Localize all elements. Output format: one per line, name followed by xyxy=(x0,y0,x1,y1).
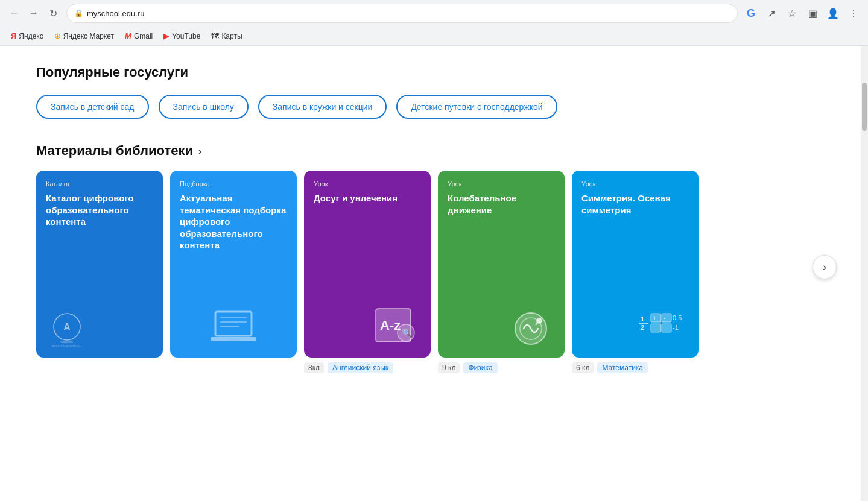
subject-tag-oscillation[interactable]: Физика xyxy=(463,362,497,373)
card-badge-oscillation: Урок xyxy=(448,180,555,187)
card-oscillation[interactable]: Урок Колебательное движение xyxy=(438,171,565,358)
url-input[interactable] xyxy=(87,9,730,18)
card-wrapper-symmetry: Урок Симметрия. Осевая симметрия 1 2 xyxy=(572,171,699,373)
card-title-leisure: Досуг и увлечения xyxy=(314,192,421,204)
card-badge-catalog: Каталог xyxy=(46,180,153,187)
card-title-collection: Актуальная тематическая подборка цифрово… xyxy=(180,192,287,251)
library-header: Материалы библиотеки › xyxy=(36,143,825,159)
laptop-svg xyxy=(209,309,258,348)
browser-toolbar: ← → ↻ 🔒 G ➚ ☆ ▣ 👤 ⋮ xyxy=(0,0,868,27)
page-content: Популярные госуслуги Запись в детский са… xyxy=(0,46,861,501)
svg-rect-4 xyxy=(215,312,252,336)
grade-tag-oscillation[interactable]: 9 кл xyxy=(438,362,460,373)
service-btn-school[interactable]: Запись в школу xyxy=(159,95,249,119)
popular-services-section: Популярные госуслуги Запись в детский са… xyxy=(36,65,825,119)
svg-text:1: 1 xyxy=(641,315,644,323)
market-icon: ⊕ xyxy=(54,31,61,40)
forward-button[interactable]: → xyxy=(25,5,42,22)
svg-rect-26 xyxy=(662,324,671,332)
gmail-icon: M xyxy=(125,31,131,40)
scrollbar-thumb[interactable] xyxy=(862,83,867,131)
az-icon-area: A-z 🔍 xyxy=(314,291,421,348)
grade-tag-symmetry[interactable]: 6 кл xyxy=(572,362,594,373)
card-collection[interactable]: Подборка Актуальная тематическая подборк… xyxy=(170,171,297,358)
bookmark-maps[interactable]: 🗺 Карты xyxy=(206,30,247,42)
card-wrapper-oscillation: Урок Колебательное движение xyxy=(438,171,565,373)
bookmark-label: YouTube xyxy=(172,32,200,40)
card-catalog[interactable]: Каталог Каталог цифрового образовательно… xyxy=(36,171,163,358)
az-book-svg: A-z 🔍 xyxy=(373,303,421,348)
bookmark-label: Яндекс Маркет xyxy=(63,32,114,40)
lock-icon: 🔒 xyxy=(74,9,83,17)
svg-rect-25 xyxy=(651,324,661,332)
youtube-icon: ▶ xyxy=(163,31,169,40)
card-symmetry[interactable]: Урок Симметрия. Осевая симметрия 1 2 xyxy=(572,171,699,358)
card-leisure[interactable]: Урок Досуг и увлечения A-z 🔍 xyxy=(304,171,431,358)
subject-tag-leisure[interactable]: Английский язык xyxy=(328,362,393,373)
card-wrapper-collection: Подборка Актуальная тематическая подборк… xyxy=(170,171,297,358)
svg-text:-1: -1 xyxy=(673,324,679,331)
bookmark-gmail[interactable]: M Gmail xyxy=(120,30,157,42)
bookmark-label: Gmail xyxy=(134,32,153,40)
service-btn-kindergarten[interactable]: Запись в детский сад xyxy=(36,95,149,119)
subject-tag-symmetry[interactable]: Математика xyxy=(597,362,648,373)
academy-emblem-svg: А АкадемиЯ МИНПРОСВЕЩЕНИЯ РОСС... xyxy=(46,312,88,348)
math-icon-area: 1 2 + - xyxy=(581,216,689,348)
back-button[interactable]: ← xyxy=(6,5,23,22)
scrollbar-track[interactable] xyxy=(861,46,868,501)
library-more-arrow[interactable]: › xyxy=(198,144,202,158)
card-wrapper-catalog: Каталог Каталог цифрового образовательно… xyxy=(36,171,163,358)
service-btn-vouchers[interactable]: Детские путевки с господдержкой xyxy=(396,95,557,119)
profile-icon[interactable]: 👤 xyxy=(825,5,841,22)
card-title-catalog: Каталог цифрового образовательного конте… xyxy=(46,192,153,228)
page-wrapper: Популярные госуслуги Запись в детский са… xyxy=(0,46,868,501)
svg-rect-9 xyxy=(227,339,239,341)
bookmark-market[interactable]: ⊕ Яндекс Маркет xyxy=(49,30,119,42)
yandex-icon: Я xyxy=(11,31,16,40)
popular-services-title: Популярные госуслуги xyxy=(36,65,825,80)
bookmark-label: Яндекс xyxy=(19,32,43,40)
bookmark-label: Карты xyxy=(221,32,242,40)
toolbar-right: G ➚ ☆ ▣ 👤 ⋮ xyxy=(743,5,862,22)
physics-svg xyxy=(507,306,555,348)
svg-text:2: 2 xyxy=(641,324,644,331)
card-badge-leisure: Урок xyxy=(314,180,421,187)
bookmark-yandex[interactable]: Я Яндекс xyxy=(6,30,48,42)
card-tags-leisure: 8кл Английский язык xyxy=(304,362,431,373)
svg-text:АкадемиЯ: АкадемиЯ xyxy=(60,340,74,344)
svg-text:0.5: 0.5 xyxy=(673,314,682,321)
services-row: Запись в детский сад Запись в школу Запи… xyxy=(36,95,825,119)
svg-text:-: - xyxy=(664,314,666,321)
card-tags-oscillation: 9 кл Физика xyxy=(438,362,565,373)
tab-icon[interactable]: ▣ xyxy=(804,5,821,22)
svg-text:🔍: 🔍 xyxy=(402,328,413,338)
google-icon[interactable]: G xyxy=(743,5,759,22)
bookmark-youtube[interactable]: ▶ YouTube xyxy=(159,30,205,42)
svg-text:МИНПРОСВЕЩЕНИЯ РОСС...: МИНПРОСВЕЩЕНИЯ РОСС... xyxy=(52,345,82,347)
share-icon[interactable]: ➚ xyxy=(763,5,780,22)
nav-buttons: ← → ↻ xyxy=(6,5,62,22)
card-title-symmetry: Симметрия. Осевая симметрия xyxy=(581,192,689,216)
card-title-oscillation: Колебательное движение xyxy=(448,192,555,216)
cards-row: Каталог Каталог цифрового образовательно… xyxy=(36,171,825,373)
bookmarks-bar: Я Яндекс ⊕ Яндекс Маркет M Gmail ▶ YouTu… xyxy=(0,27,868,46)
address-bar[interactable]: 🔒 xyxy=(66,4,738,23)
maps-icon: 🗺 xyxy=(211,31,219,40)
academy-logo: А АкадемиЯ МИНПРОСВЕЩЕНИЯ РОСС... xyxy=(46,312,153,348)
browser-chrome: ← → ↻ 🔒 G ➚ ☆ ▣ 👤 ⋮ Я Яндекс ⊕ Яндекс Ма… xyxy=(0,0,868,46)
library-section: Материалы библиотеки › Каталог Каталог ц… xyxy=(36,143,825,373)
next-arrow-button[interactable]: › xyxy=(813,255,837,279)
reload-button[interactable]: ↻ xyxy=(45,5,62,22)
service-btn-circles[interactable]: Запись в кружки и секции xyxy=(258,95,387,119)
card-badge-collection: Подборка xyxy=(180,180,287,187)
card-tags-symmetry: 6 кл Математика xyxy=(572,362,699,373)
math-svg: 1 2 + - xyxy=(638,304,689,348)
menu-icon[interactable]: ⋮ xyxy=(845,5,862,22)
svg-text:А: А xyxy=(63,322,71,332)
bookmark-star-icon[interactable]: ☆ xyxy=(784,5,800,22)
physics-icon-area xyxy=(448,294,555,348)
laptop-icon-area xyxy=(180,251,287,348)
card-wrapper-leisure: Урок Досуг и увлечения A-z 🔍 xyxy=(304,171,431,373)
grade-tag-leisure[interactable]: 8кл xyxy=(304,362,324,373)
svg-text:+: + xyxy=(653,314,656,321)
